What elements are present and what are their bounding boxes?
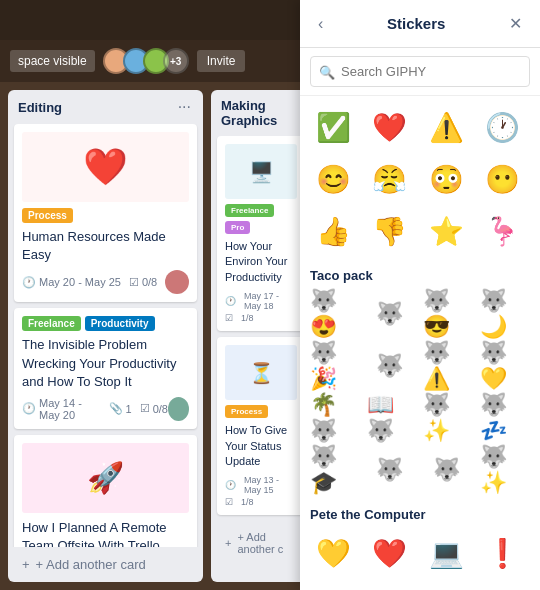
- sticker-flushed[interactable]: 😳: [423, 156, 469, 202]
- sticker-star[interactable]: ⭐: [423, 208, 469, 254]
- card-title-invisible: The Invisible Problem Wrecking Your Prod…: [22, 336, 189, 391]
- card-title-human-resources: Human Resources Made Easy: [22, 228, 189, 264]
- sticker-thumbs-up[interactable]: 👍: [310, 208, 356, 254]
- taco-sticker-11[interactable]: 🐺✨: [423, 395, 469, 441]
- card-cover-desk: 🖥️: [225, 144, 297, 199]
- clock-icon-4: 🕐: [225, 296, 236, 306]
- taco-sticker-3[interactable]: 🐺😎: [423, 291, 469, 337]
- card-labels-4: Freelance Pro: [225, 204, 297, 234]
- label-freelance: Freelance: [22, 316, 81, 331]
- taco-sticker-9[interactable]: 🌴🐺: [310, 395, 356, 441]
- label-freelance-4: Freelance: [225, 204, 274, 217]
- card-invisible-problem[interactable]: Freelance Productivity The Invisible Pro…: [14, 308, 197, 429]
- sticker-heart[interactable]: ❤️: [367, 104, 413, 150]
- clock-icon: 🕐: [22, 276, 36, 289]
- invite-button[interactable]: Invite: [197, 50, 246, 72]
- label-process-5: Process: [225, 405, 268, 418]
- clock-icon-5: 🕐: [225, 480, 236, 490]
- card-remote-offsite[interactable]: 🚀 How I Planned A Remote Team Offsite Wi…: [14, 435, 197, 547]
- sticker-clock[interactable]: 🕐: [480, 104, 526, 150]
- card-member-avatar-2: [168, 397, 189, 421]
- card-member-avatar: [165, 270, 189, 294]
- taco-sticker-14[interactable]: 🐺: [367, 447, 413, 493]
- list-graphics-header: Making Graphics: [211, 90, 311, 136]
- card-meta-5: 🕐 May 13 - May 15: [225, 475, 297, 495]
- taco-sticker-16[interactable]: 🐺✨: [480, 447, 526, 493]
- card-checklist-2: ☑ 0/8: [140, 402, 168, 415]
- sticker-smile[interactable]: 😊: [310, 156, 356, 202]
- plus-icon: +: [22, 557, 30, 572]
- sticker-check[interactable]: ✅: [310, 104, 356, 150]
- list-editing-title: Editing: [18, 100, 62, 115]
- card-title-status: How To Give Your Status Update: [225, 423, 297, 469]
- sticker-panel: ‹ Stickers ✕ 🔍 ✅ ❤️ ⚠️ 🕐 😊 😤 😳 😶 👍 👎 ⭐ 🦩…: [300, 0, 540, 590]
- sticker-panel-title: Stickers: [387, 15, 445, 32]
- taco-sticker-13[interactable]: 🐺🎓: [310, 447, 356, 493]
- sticker-warning[interactable]: ⚠️: [423, 104, 469, 150]
- pete-section-title: Pete the Computer: [310, 507, 530, 522]
- card-title-offsite: How I Planned A Remote Team Offsite With…: [22, 519, 189, 547]
- card-attach: 📎 1: [109, 402, 132, 415]
- sticker-flamingo[interactable]: 🦩: [480, 208, 526, 254]
- sticker-body: ✅ ❤️ ⚠️ 🕐 😊 😤 😳 😶 👍 👎 ⭐ 🦩 Taco pack 🐺😍 🐺…: [300, 96, 540, 590]
- plus-icon-2: +: [225, 537, 231, 549]
- list-graphics-cards: 🖥️ Freelance Pro How Your Environ Your P…: [211, 136, 311, 521]
- check-icon-5: ☑: [225, 497, 233, 507]
- card-labels-5: Process: [225, 405, 297, 418]
- search-icon: 🔍: [319, 64, 335, 79]
- taco-section-title: Taco pack: [310, 268, 530, 283]
- sticker-frustrated[interactable]: 😤: [367, 156, 413, 202]
- sticker-back-button[interactable]: ‹: [314, 13, 327, 35]
- visibility-button[interactable]: space visible: [10, 50, 95, 72]
- card-status-update[interactable]: ⏳ Process How To Give Your Status Update…: [217, 337, 305, 515]
- taco-sticker-8[interactable]: 🐺💛: [480, 343, 526, 389]
- taco-sticker-5[interactable]: 🐺🎉: [310, 343, 356, 389]
- check-icon-4: ☑: [225, 313, 233, 323]
- taco-sticker-12[interactable]: 🐺💤: [480, 395, 526, 441]
- card-checklist-4: ☑ 1/8: [225, 313, 297, 323]
- card-human-resources[interactable]: ❤️ Process Human Resources Made Easy 🕐 M…: [14, 124, 197, 302]
- add-card-graphics[interactable]: + + Add another c: [217, 525, 305, 561]
- add-card-editing[interactable]: + + Add another card: [14, 551, 197, 578]
- card-date: 🕐 May 20 - May 25: [22, 276, 121, 289]
- taco-sticker-15[interactable]: 🐺: [423, 447, 469, 493]
- sticker-search-area: 🔍: [300, 48, 540, 96]
- member-count[interactable]: +3: [163, 48, 189, 74]
- card-footer-2: 🕐 May 14 - May 20 📎 1 ☑ 0/8: [22, 397, 189, 421]
- card-labels-2: Freelance Productivity: [22, 316, 189, 331]
- taco-sticker-1[interactable]: 🐺😍: [310, 291, 356, 337]
- pete-sticker-4[interactable]: ❗: [480, 530, 526, 576]
- attach-icon: 📎: [109, 402, 123, 415]
- card-labels: Process: [22, 208, 189, 223]
- taco-sticker-10[interactable]: 📖🐺: [367, 395, 413, 441]
- checklist-icon: ☑: [129, 276, 139, 289]
- pete-sticker-1[interactable]: 💛: [310, 530, 356, 576]
- taco-sticker-4[interactable]: 🐺🌙: [480, 291, 526, 337]
- card-environment[interactable]: 🖥️ Freelance Pro How Your Environ Your P…: [217, 136, 305, 331]
- list-editing: Editing ··· ❤️ Process Human Resources M…: [8, 90, 203, 582]
- clock-icon-2: 🕐: [22, 402, 36, 415]
- taco-stickers-grid: 🐺😍 🐺 🐺😎 🐺🌙 🐺🎉 🐺 🐺⚠️ 🐺💛 🌴🐺 📖🐺 🐺✨ 🐺💤 🐺🎓 🐺 …: [310, 291, 530, 493]
- taco-sticker-6[interactable]: 🐺: [367, 343, 413, 389]
- sticker-close-button[interactable]: ✕: [505, 12, 526, 35]
- card-date-2: 🕐 May 14 - May 20: [22, 397, 101, 421]
- card-footer: 🕐 May 20 - May 25 ☑ 0/8: [22, 270, 189, 294]
- list-editing-menu[interactable]: ···: [176, 98, 193, 116]
- card-meta-4: 🕐 May 17 - May 18: [225, 291, 297, 311]
- search-input[interactable]: [310, 56, 530, 87]
- board-members: +3: [103, 48, 189, 74]
- card-checklist: ☑ 0/8: [129, 276, 157, 289]
- standard-stickers-grid: ✅ ❤️ ⚠️ 🕐 😊 😤 😳 😶 👍 👎 ⭐ 🦩: [310, 104, 530, 254]
- card-cover-heart: ❤️: [22, 132, 189, 202]
- pete-sticker-3[interactable]: 💻: [423, 530, 469, 576]
- taco-sticker-2[interactable]: 🐺: [367, 291, 413, 337]
- sticker-no-mouth[interactable]: 😶: [480, 156, 526, 202]
- sticker-thumbs-down[interactable]: 👎: [367, 208, 413, 254]
- list-editing-cards: ❤️ Process Human Resources Made Easy 🕐 M…: [8, 124, 203, 547]
- board-header-left: space visible +3 Invite: [10, 48, 290, 74]
- label-process: Process: [22, 208, 73, 223]
- list-graphics-title: Making Graphics: [221, 98, 301, 128]
- taco-sticker-7[interactable]: 🐺⚠️: [423, 343, 469, 389]
- card-meta-2: 🕐 May 14 - May 20 📎 1 ☑ 0/8: [22, 397, 168, 421]
- pete-sticker-2[interactable]: ❤️: [367, 530, 413, 576]
